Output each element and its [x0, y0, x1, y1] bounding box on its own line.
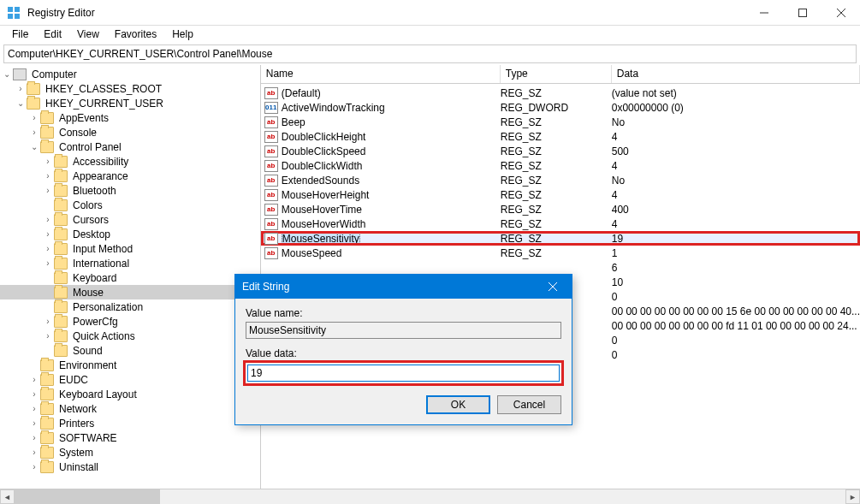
expander-icon[interactable]: ›: [29, 433, 39, 443]
dialog-title-bar[interactable]: Edit String: [235, 275, 572, 299]
tree-item[interactable]: ›Desktop: [0, 227, 260, 241]
folder-icon: [40, 461, 54, 473]
list-row[interactable]: abMouseSensitivityREG_SZ19: [261, 231, 860, 246]
tree-item[interactable]: ›EUDC: [0, 372, 260, 387]
tree-item[interactable]: Environment: [0, 358, 260, 372]
list-row[interactable]: abDoubleClickHeightREG_SZ4: [261, 129, 860, 144]
list-row[interactable]: abMouseSpeedREG_SZ1: [261, 246, 860, 260]
tree-item[interactable]: ›Bluetooth: [0, 183, 260, 198]
folder-icon: [54, 243, 68, 255]
col-header-type[interactable]: Type: [501, 65, 612, 83]
expander-icon[interactable]: ⌄: [2, 69, 12, 80]
expander-icon[interactable]: ›: [43, 215, 53, 225]
tree-label: Bluetooth: [71, 185, 118, 197]
list-row[interactable]: abMouseHoverHeightREG_SZ4: [261, 187, 860, 202]
expander-icon[interactable]: ›: [43, 244, 53, 254]
menu-view[interactable]: View: [70, 27, 106, 41]
list-row[interactable]: ab(Default)REG_SZ(value not set): [261, 86, 860, 100]
tree-item[interactable]: ›Printers: [0, 416, 260, 430]
expander-icon[interactable]: [43, 200, 53, 210]
expander-icon[interactable]: [29, 360, 39, 371]
tree-item[interactable]: Colors: [0, 198, 260, 212]
col-header-name[interactable]: Name: [261, 65, 501, 83]
expander-icon[interactable]: [43, 346, 53, 356]
list-row[interactable]: abDoubleClickWidthREG_SZ4: [261, 158, 860, 173]
tree-item[interactable]: ›Network: [0, 401, 260, 416]
expander-icon[interactable]: ›: [29, 389, 39, 400]
menu-file[interactable]: File: [5, 27, 35, 41]
expander-icon[interactable]: ›: [43, 258, 53, 269]
tree-item[interactable]: Personalization: [0, 299, 260, 314]
expander-icon[interactable]: ⌄: [29, 142, 39, 152]
tree-item[interactable]: Mouse: [0, 285, 260, 299]
tree-item[interactable]: ›International: [0, 256, 260, 270]
tree-item[interactable]: ›AppEvents: [0, 110, 260, 125]
value-data-input[interactable]: [247, 365, 560, 382]
horizontal-scrollbar[interactable]: ◄ ►: [0, 489, 860, 504]
col-header-data[interactable]: Data: [612, 65, 860, 83]
list-row[interactable]: 011ActiveWindowTrackingREG_DWORD0x000000…: [261, 100, 860, 115]
scroll-right-button[interactable]: ►: [845, 489, 860, 504]
tree-item[interactable]: ›System: [0, 445, 260, 460]
expander-icon[interactable]: ›: [43, 171, 53, 181]
maximize-button[interactable]: [783, 0, 821, 26]
minimize-button[interactable]: [744, 0, 783, 26]
scroll-track[interactable]: [15, 489, 845, 504]
expander-icon[interactable]: ›: [43, 229, 53, 240]
dialog-close-button[interactable]: [533, 275, 572, 299]
tree-item[interactable]: ›Keyboard Layout: [0, 387, 260, 401]
address-bar[interactable]: Computer\HKEY_CURRENT_USER\Control Panel…: [3, 44, 857, 63]
expander-icon[interactable]: ›: [29, 462, 39, 472]
expander-icon[interactable]: ›: [29, 113, 39, 123]
menu-help[interactable]: Help: [165, 27, 200, 41]
tree-item[interactable]: ›Uninstall: [0, 460, 260, 474]
tree-item[interactable]: ›Accessibility: [0, 154, 260, 169]
tree-item[interactable]: ›Cursors: [0, 212, 260, 227]
tree-label: Console: [57, 127, 98, 139]
expander-icon[interactable]: ›: [29, 448, 39, 458]
expander-icon[interactable]: ›: [29, 375, 39, 385]
expander-icon[interactable]: ›: [29, 127, 39, 138]
folder-icon: [40, 127, 54, 139]
expander-icon[interactable]: ›: [43, 186, 53, 196]
expander-icon[interactable]: [43, 273, 53, 283]
tree-item[interactable]: ›Appearance: [0, 169, 260, 183]
list-row[interactable]: 6: [261, 260, 860, 275]
list-row[interactable]: abDoubleClickSpeedREG_SZ500: [261, 144, 860, 158]
expander-icon[interactable]: ›: [29, 404, 39, 414]
expander-icon[interactable]: ›: [43, 331, 53, 341]
tree-item[interactable]: ›HKEY_CLASSES_ROOT: [0, 81, 260, 96]
value-data: 10: [612, 276, 860, 288]
tree-item[interactable]: ›PowerCfg: [0, 314, 260, 329]
tree-item[interactable]: Sound: [0, 343, 260, 358]
list-row[interactable]: abBeepREG_SZNo: [261, 115, 860, 129]
cancel-button[interactable]: Cancel: [497, 395, 561, 414]
tree-root[interactable]: ⌄Computer: [0, 67, 260, 81]
list-row[interactable]: abMouseHoverWidthREG_SZ4: [261, 216, 860, 231]
list-row[interactable]: abMouseHoverTimeREG_SZ400: [261, 202, 860, 216]
value-icon: ab: [264, 204, 278, 216]
menu-edit[interactable]: Edit: [37, 27, 68, 41]
tree-item[interactable]: ⌄Control Panel: [0, 139, 260, 154]
expander-icon[interactable]: ›: [43, 157, 53, 167]
expander-icon[interactable]: ›: [15, 84, 26, 94]
tree-item[interactable]: ›Input Method: [0, 241, 260, 256]
menu-favorites[interactable]: Favorites: [108, 27, 163, 41]
tree-item[interactable]: ›Quick Actions: [0, 329, 260, 343]
close-button[interactable]: [821, 0, 860, 26]
tree-item[interactable]: ⌄HKEY_CURRENT_USER: [0, 96, 260, 110]
scroll-left-button[interactable]: ◄: [0, 489, 15, 504]
tree-item[interactable]: ›SOFTWARE: [0, 430, 260, 445]
folder-icon: [54, 156, 68, 168]
tree-label: Environment: [57, 359, 118, 371]
scroll-thumb[interactable]: [15, 489, 160, 504]
tree-item[interactable]: Keyboard: [0, 270, 260, 285]
expander-icon[interactable]: [43, 288, 53, 298]
ok-button[interactable]: OK: [426, 395, 490, 414]
expander-icon[interactable]: [43, 302, 53, 312]
list-row[interactable]: abExtendedSoundsREG_SZNo: [261, 173, 860, 187]
expander-icon[interactable]: ›: [29, 418, 39, 429]
expander-icon[interactable]: ⌄: [15, 98, 26, 109]
tree-item[interactable]: ›Console: [0, 125, 260, 139]
expander-icon[interactable]: ›: [43, 317, 53, 327]
